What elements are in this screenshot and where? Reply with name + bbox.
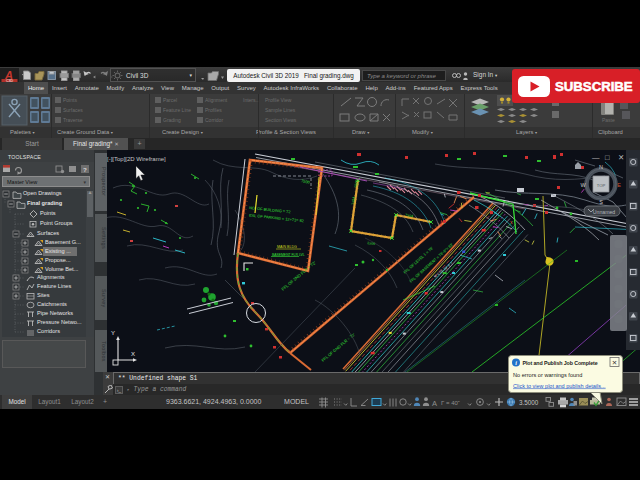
svg-text:Y: Y (111, 330, 115, 336)
svg-text:Γ = 40ˆ: Γ = 40ˆ (441, 400, 460, 406)
svg-text:Parcel: Parcel (163, 97, 177, 103)
svg-text:Unnamed: Unnamed (593, 209, 616, 215)
svg-text:E: E (617, 182, 621, 188)
svg-text:MAIN BLDG: MAIN BLDG (277, 245, 297, 249)
svg-text:Sample Lines: Sample Lines (265, 107, 296, 113)
svg-text:N: N (599, 164, 603, 170)
svg-text:S: S (599, 199, 603, 205)
svg-text:A: A (432, 399, 437, 408)
svg-text:Grading: Grading (163, 117, 181, 123)
svg-text:Points: Points (63, 97, 77, 103)
svg-text:Corridor: Corridor (205, 117, 223, 123)
svg-text:W: W (580, 182, 586, 188)
svg-text:□: □ (605, 153, 610, 162)
svg-text:Alignment: Alignment (205, 97, 228, 103)
svg-text:✕: ✕ (612, 359, 617, 366)
svg-text:✕: ✕ (618, 153, 624, 162)
svg-text:BASEMENT FLR LVL: BASEMENT FLR LVL (272, 253, 305, 257)
svg-text:Paste: Paste (602, 117, 615, 123)
svg-text:—: — (592, 153, 600, 162)
svg-text:Inters..: Inters.. (243, 97, 258, 103)
svg-text:Click to view plot and publish: Click to view plot and publish details..… (513, 383, 606, 389)
svg-text:X: X (131, 351, 135, 357)
svg-text:Traverse: Traverse (63, 117, 83, 123)
svg-text:TOP: TOP (597, 183, 606, 188)
svg-text:No errors or warnings found: No errors or warnings found (513, 372, 582, 378)
svg-text:[-][Top][2D Wireframe]: [-][Top][2D Wireframe] (107, 156, 166, 162)
svg-text:Plot and Publish Job Complete: Plot and Publish Job Complete (523, 360, 598, 366)
svg-text:Profile View: Profile View (265, 97, 292, 103)
svg-text:Feature Line: Feature Line (163, 107, 191, 113)
svg-text:Profiles: Profiles (205, 107, 222, 113)
svg-text:Surfaces: Surfaces (63, 107, 83, 113)
svg-text:Section Views: Section Views (265, 117, 297, 123)
